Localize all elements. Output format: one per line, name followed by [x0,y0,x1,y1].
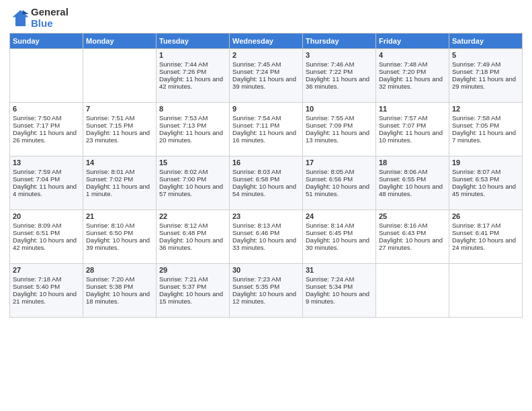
logo-icon [9,8,30,28]
day-number: 19 [452,158,519,167]
day-info: Daylight: 11 hours and 42 minutes. [159,75,226,90]
day-cell: 6Sunrise: 7:50 AMSunset: 7:17 PMDaylight… [10,103,83,156]
day-info: Daylight: 10 hours and 42 minutes. [13,236,80,251]
week-row-5: 27Sunrise: 7:18 AMSunset: 5:40 PMDayligh… [10,264,523,318]
day-info: Sunset: 7:17 PM [13,122,80,129]
day-info: Sunset: 6:58 PM [232,175,300,183]
day-number: 31 [306,266,373,274]
day-info: Sunrise: 8:14 AM [306,222,373,229]
day-info: Sunrise: 7:55 AM [306,114,373,122]
day-info: Sunrise: 7:50 AM [13,114,80,122]
logo-text-line1: General [31,7,69,18]
day-info: Daylight: 10 hours and 33 minutes. [232,236,300,251]
day-cell: 23Sunrise: 8:13 AMSunset: 6:46 PMDayligh… [230,210,303,264]
day-info: Sunrise: 7:46 AM [306,60,373,68]
day-info: Sunrise: 7:24 AM [306,275,373,283]
day-cell: 29Sunrise: 7:21 AMSunset: 5:37 PMDayligh… [157,264,230,318]
day-info: Sunset: 7:07 PM [379,122,446,129]
day-info: Daylight: 11 hours and 10 minutes. [379,129,446,144]
day-info: Sunrise: 7:23 AM [232,275,300,283]
day-info: Sunset: 5:34 PM [306,283,373,290]
day-cell: 17Sunrise: 8:05 AMSunset: 6:56 PMDayligh… [303,156,376,210]
day-info: Sunset: 5:37 PM [159,283,226,290]
day-info: Daylight: 11 hours and 13 minutes. [306,129,373,144]
day-info: Sunset: 7:00 PM [159,175,226,183]
header-cell-tuesday: Tuesday [157,34,230,49]
day-number: 14 [86,158,153,167]
day-info: Sunset: 7:13 PM [159,122,226,129]
day-number: 17 [306,158,373,167]
day-info: Sunrise: 8:10 AM [86,222,153,229]
day-info: Daylight: 10 hours and 15 minutes. [159,290,226,305]
day-info: Daylight: 11 hours and 29 minutes. [452,75,519,90]
day-info: Sunset: 7:26 PM [159,68,226,75]
day-info: Sunrise: 7:21 AM [159,275,226,283]
day-number: 10 [306,105,373,113]
day-info: Daylight: 11 hours and 39 minutes. [232,75,300,90]
day-info: Sunrise: 8:13 AM [232,222,300,229]
day-cell: 20Sunrise: 8:09 AMSunset: 6:51 PMDayligh… [10,210,83,264]
day-info: Daylight: 11 hours and 26 minutes. [13,129,80,144]
day-number: 8 [159,105,226,113]
day-info: Sunset: 7:11 PM [232,122,300,129]
day-cell: 19Sunrise: 8:07 AMSunset: 6:53 PMDayligh… [449,156,523,210]
day-info: Daylight: 10 hours and 30 minutes. [306,236,373,251]
week-row-1: 1Sunrise: 7:44 AMSunset: 7:26 PMDaylight… [10,49,523,103]
calendar-table: SundayMondayTuesdayWednesdayThursdayFrid… [9,33,523,318]
day-info: Daylight: 10 hours and 51 minutes. [306,183,373,197]
day-info: Sunset: 5:38 PM [86,283,153,290]
day-cell: 21Sunrise: 8:10 AMSunset: 6:50 PMDayligh… [83,210,157,264]
day-cell: 5Sunrise: 7:49 AMSunset: 7:18 PMDaylight… [449,49,523,103]
day-info: Sunrise: 8:02 AM [159,168,226,175]
day-cell [449,264,523,318]
day-cell: 24Sunrise: 8:14 AMSunset: 6:45 PMDayligh… [303,210,376,264]
day-cell [10,49,83,103]
day-info: Daylight: 10 hours and 12 minutes. [232,290,300,305]
logo: General Blue [9,7,69,29]
day-number: 13 [13,158,80,167]
day-cell: 27Sunrise: 7:18 AMSunset: 5:40 PMDayligh… [10,264,83,318]
day-info: Daylight: 10 hours and 36 minutes. [159,236,226,251]
day-number: 27 [13,266,80,274]
day-cell [83,49,157,103]
day-info: Sunset: 6:50 PM [86,229,153,236]
day-info: Sunrise: 7:44 AM [159,60,226,68]
day-info: Sunset: 7:15 PM [86,122,153,129]
day-number: 22 [159,212,226,220]
header-cell-friday: Friday [376,34,449,49]
day-info: Sunrise: 8:01 AM [86,168,153,175]
day-info: Sunrise: 7:58 AM [452,114,519,122]
day-info: Daylight: 11 hours and 36 minutes. [306,75,373,90]
day-cell: 22Sunrise: 8:12 AMSunset: 6:48 PMDayligh… [157,210,230,264]
day-number: 11 [379,105,446,113]
day-number: 15 [159,158,226,167]
day-cell: 15Sunrise: 8:02 AMSunset: 7:00 PMDayligh… [157,156,230,210]
week-row-3: 13Sunrise: 7:59 AMSunset: 7:04 PMDayligh… [10,156,523,210]
calendar-body: 1Sunrise: 7:44 AMSunset: 7:26 PMDaylight… [10,49,523,318]
day-cell: 25Sunrise: 8:16 AMSunset: 6:43 PMDayligh… [376,210,449,264]
day-info: Sunrise: 8:09 AM [13,222,80,229]
week-row-2: 6Sunrise: 7:50 AMSunset: 7:17 PMDaylight… [10,103,523,156]
day-info: Daylight: 11 hours and 1 minute. [86,183,153,197]
day-cell: 3Sunrise: 7:46 AMSunset: 7:22 PMDaylight… [303,49,376,103]
day-info: Sunrise: 7:54 AM [232,114,300,122]
day-info: Sunrise: 8:07 AM [452,168,519,175]
day-info: Sunrise: 7:51 AM [86,114,153,122]
day-number: 1 [159,51,226,59]
day-cell: 2Sunrise: 7:45 AMSunset: 7:24 PMDaylight… [230,49,303,103]
day-info: Sunset: 7:20 PM [379,68,446,75]
day-info: Daylight: 11 hours and 4 minutes. [13,183,80,197]
header-cell-thursday: Thursday [303,34,376,49]
day-number: 23 [232,212,300,220]
day-cell: 18Sunrise: 8:06 AMSunset: 6:55 PMDayligh… [376,156,449,210]
day-number: 18 [379,158,446,167]
day-info: Sunset: 7:22 PM [306,68,373,75]
day-cell: 1Sunrise: 7:44 AMSunset: 7:26 PMDaylight… [157,49,230,103]
day-info: Sunrise: 7:48 AM [379,60,446,68]
day-info: Sunset: 6:51 PM [13,229,80,236]
svg-marker-1 [23,10,29,14]
day-info: Daylight: 11 hours and 23 minutes. [86,129,153,144]
logo-text-line2: Blue [31,18,69,30]
day-number: 12 [452,105,519,113]
day-info: Daylight: 10 hours and 48 minutes. [379,183,446,197]
